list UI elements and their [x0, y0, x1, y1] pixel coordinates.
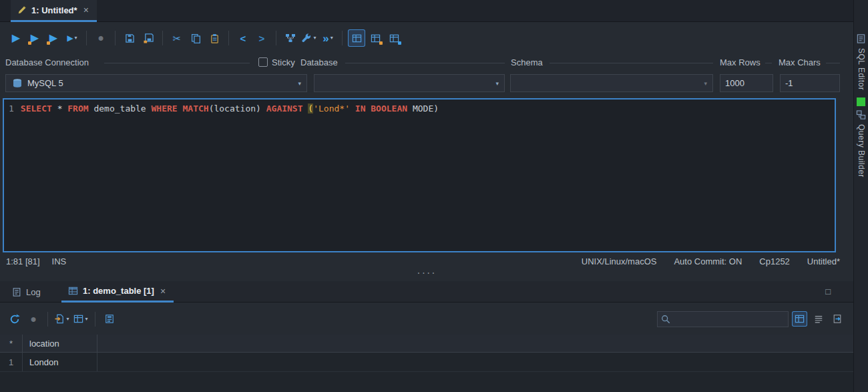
tab-untitled[interactable]: 1: Untitled* ×	[11, 0, 97, 22]
splitter-dots-icon: ····	[417, 267, 436, 278]
back-button[interactable]: <	[234, 29, 252, 47]
max-rows-label: Max Rows	[720, 57, 761, 67]
forward-button[interactable]: >	[253, 29, 270, 47]
search-input[interactable]	[673, 315, 785, 325]
save-button[interactable]	[121, 29, 138, 47]
chevron-down-icon: ▾	[85, 317, 87, 322]
sidebar-tab-sql-editor[interactable]: SQL Editor	[857, 48, 866, 90]
result-view-toggles	[792, 311, 845, 327]
maximize-panel-icon[interactable]: □	[825, 286, 831, 297]
grid-options-dropdown[interactable]: ▾	[72, 311, 89, 328]
run-marked-button[interactable]: ▶	[26, 29, 43, 47]
database-combobox[interactable]: ▾	[314, 74, 505, 92]
line-ending-mode: UNIX/Linux/macOS	[582, 256, 657, 266]
export-dropdown-button[interactable]: ▾	[53, 311, 71, 328]
chevron-down-icon: ▾	[495, 80, 499, 87]
sql-token	[261, 104, 266, 114]
export-result-grid-button[interactable]	[385, 29, 403, 47]
export-view-toggle[interactable]	[829, 311, 845, 327]
tools-dropdown-button[interactable]: ▾	[300, 29, 318, 47]
log-icon	[12, 287, 21, 297]
cell-location[interactable]: London	[23, 353, 97, 371]
max-chars-input[interactable]	[780, 74, 840, 92]
editor-status-indicator	[857, 97, 865, 106]
close-icon[interactable]: ×	[159, 286, 167, 297]
cut-button[interactable]: ✂	[168, 29, 186, 47]
tab-log[interactable]: Log	[5, 281, 47, 303]
hierarchy-icon	[285, 33, 296, 43]
group-line	[550, 63, 713, 63]
sql-token	[407, 104, 413, 114]
wrench-icon	[302, 33, 312, 43]
run-options-dropdown[interactable]: ▶▾	[63, 29, 81, 47]
column-header-location[interactable]: location	[23, 335, 97, 352]
panel-splitter[interactable]: ····	[0, 268, 853, 280]
orange-dot-icon	[47, 41, 50, 45]
connection-combobox[interactable]: MySQL 5 ▾	[5, 74, 307, 92]
max-rows-input[interactable]	[720, 74, 773, 92]
orange-badge-icon	[379, 41, 383, 45]
sql-editor[interactable]: 1SELECT * FROM demo_table WHERE MATCH(lo…	[3, 98, 836, 252]
editor-tabbar: 1: Untitled* ×	[0, 0, 853, 22]
sticky-checkbox[interactable]	[258, 57, 268, 67]
table-row[interactable]: 1 London	[0, 353, 853, 372]
sql-token: MODE	[413, 104, 433, 114]
toolbar-separator	[162, 31, 163, 45]
pin-result-grid-button[interactable]	[367, 29, 384, 47]
row-number[interactable]: 1	[0, 353, 23, 371]
text-view-toggle[interactable]	[811, 311, 826, 327]
insert-mode: INS	[52, 256, 67, 266]
sql-token: 'Lond*'	[313, 104, 350, 114]
play-icon: ▶	[12, 33, 20, 43]
refresh-icon	[9, 314, 20, 325]
refresh-button[interactable]	[6, 311, 23, 328]
schema-label: Schema	[511, 57, 543, 67]
calculator-button[interactable]	[101, 311, 118, 328]
floppy-icon	[125, 33, 135, 43]
grid-header-row: * location	[0, 335, 853, 353]
file-name: Untitled*	[807, 256, 840, 266]
query-builder-icon[interactable]	[856, 110, 866, 120]
group-line	[765, 63, 772, 63]
chevron-down-icon: ▾	[704, 80, 707, 87]
group-line	[345, 63, 505, 63]
toolbar-separator	[95, 312, 95, 327]
toolbar-separator	[86, 31, 87, 45]
grid-view-toggle[interactable]	[792, 311, 807, 327]
export-icon	[55, 314, 65, 324]
forward-arrow-icon: >	[259, 33, 265, 43]
save-as-button[interactable]	[140, 29, 157, 47]
sql-editor-icon[interactable]	[856, 33, 866, 44]
sql-token: SELECT	[21, 104, 52, 114]
toolbar-separator	[228, 31, 229, 45]
toolbar-separator	[276, 31, 276, 45]
auto-commit-status: Auto Commit: ON	[674, 256, 742, 266]
scissors-icon: ✂	[173, 33, 182, 43]
connection-inputs-row: MySQL 5 ▾ ▾ ▾	[0, 74, 853, 92]
calculator-icon	[105, 314, 114, 324]
stop-button[interactable]: ●	[92, 29, 110, 47]
continue-dropdown-button[interactable]: »▾	[319, 29, 337, 47]
close-icon[interactable]: ×	[82, 5, 90, 15]
sql-code-line: 1SELECT * FROM demo_table WHERE MATCH(lo…	[9, 103, 439, 115]
paste-button[interactable]	[206, 29, 223, 47]
grid-corner-header[interactable]: *	[0, 335, 23, 352]
show-result-grid-toggle[interactable]	[348, 29, 365, 47]
page-arrow-icon	[833, 314, 842, 324]
sql-token: )	[433, 104, 439, 114]
copy-button[interactable]	[187, 29, 204, 47]
sidebar-tab-query-builder[interactable]: Query Builder	[857, 124, 866, 178]
status-left: 1:81 [81] INS	[6, 256, 66, 266]
sql-token: FROM	[67, 104, 88, 114]
table-icon	[73, 314, 83, 324]
run-script-button[interactable]: ▶	[45, 29, 62, 47]
chevron-down-icon: ▾	[313, 35, 316, 41]
tab-label: Log	[26, 287, 41, 297]
run-button[interactable]: ▶	[7, 29, 25, 47]
stop-icon: ●	[30, 314, 37, 325]
schema-combobox[interactable]: ▾	[510, 74, 713, 92]
stop-result-button[interactable]: ●	[25, 311, 42, 328]
line-number: 1	[9, 104, 14, 114]
explain-plan-button[interactable]	[282, 29, 299, 47]
tab-demo-table-result[interactable]: 1: demo_table [1] ×	[61, 281, 174, 303]
